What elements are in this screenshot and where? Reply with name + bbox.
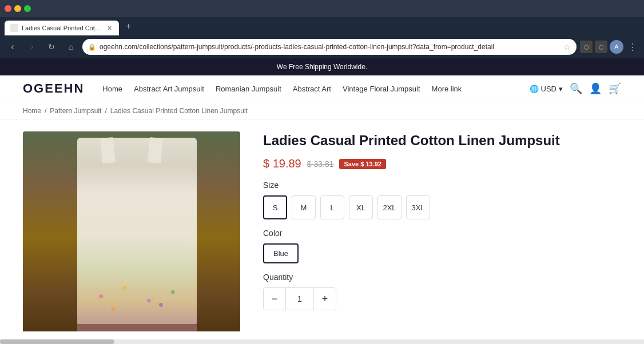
price-value: 19.89 [273,157,301,170]
quantity-control: − 1 + [263,287,336,310]
quantity-label: Quantity [263,273,621,282]
site-nav: Home Abstract Art Jumpsuit Romanian Jump… [102,85,520,93]
forward-button[interactable]: › [24,39,40,55]
tab-bar: Ladies Casual Printed Cotton Li... ✕ + [0,17,644,35]
address-input-wrap: 🔒 ogeehn.com/collections/pattern-jumpsui… [82,39,577,55]
nav-abstract-art-jumpsuit[interactable]: Abstract Art Jumpsuit [134,85,204,93]
tab-title: Ladies Casual Printed Cotton Li... [22,25,102,31]
account-button[interactable]: 👤 [589,82,602,95]
new-tab-button[interactable]: + [121,21,136,31]
currency-label: USD [541,85,556,93]
tab-close-icon[interactable]: ✕ [105,24,113,32]
browser-menu-icon[interactable]: ⋮ [626,39,639,55]
bookmark-icon[interactable]: ☆ [563,42,571,51]
currency-chevron-icon: ▾ [559,85,563,93]
ext-icon-2[interactable]: ⬡ [595,41,607,53]
nav-more-link[interactable]: More link [432,85,462,93]
breadcrumb: Home / Pattern Jumpsuit / Ladies Casual … [0,102,644,120]
strap-right [148,137,163,163]
back-button[interactable]: ‹ [5,39,21,55]
color-options: Blue [263,243,621,263]
color-blue[interactable]: Blue [263,243,299,263]
product-image [23,131,240,331]
cart-button[interactable]: 🛒 [609,82,621,95]
nav-vintage-floral[interactable]: Vintage Floral Jumpsuit [343,85,420,93]
breadcrumb-current: Ladies Casual Printed Cotton Linen Jumps… [110,107,248,115]
color-label: Color [263,229,621,238]
nav-romanian-jumpsuit[interactable]: Romanian Jumpsuit [216,85,281,93]
window-minimize-btn[interactable] [14,5,21,12]
product-title: Ladies Casual Printed Cotton Linen Jumps… [263,131,621,149]
size-2xl[interactable]: 2XL [377,195,401,219]
breadcrumb-sep-1: / [45,107,46,115]
tab-favicon [10,24,18,32]
strap-left [100,137,116,163]
scrollbar-thumb[interactable] [0,339,114,344]
size-xl[interactable]: XL [349,195,373,219]
window-close-btn[interactable] [5,5,11,12]
product-pricing: $ 19.89 $ 33.81 Save $ 13.92 [263,157,621,170]
size-s[interactable]: S [263,195,287,219]
size-l[interactable]: L [320,195,344,219]
window-controls [5,5,31,12]
window-maximize-btn[interactable] [24,5,31,12]
site-header: OGEEHN Home Abstract Art Jumpsuit Romani… [0,75,644,102]
address-bar: ‹ › ↻ ⌂ 🔒 ogeehn.com/collections/pattern… [0,35,644,58]
breadcrumb-sep-2: / [105,107,106,115]
active-tab[interactable]: Ladies Casual Printed Cotton Li... ✕ [5,21,119,35]
site-banner: We Free Shipping Worldwide. [0,58,644,75]
size-label: Size [263,181,621,190]
breadcrumb-home[interactable]: Home [23,107,41,115]
price-save-badge: Save $ 13.92 [339,159,385,169]
reload-button[interactable]: ↻ [43,39,59,55]
profile-icon[interactable]: A [610,40,623,54]
search-button[interactable]: 🔍 [570,82,582,95]
extension-icons: ⬡ ⬡ A ⋮ [580,39,639,55]
globe-icon: 🌐 [530,85,539,93]
size-section: Size S M L XL 2XL 3XL [263,181,621,219]
currency-selector[interactable]: 🌐 USD ▾ [530,85,563,93]
site-logo[interactable]: OGEEHN [23,81,84,96]
quantity-increase-button[interactable]: + [314,288,336,310]
size-options: S M L XL 2XL 3XL [263,195,621,219]
flowers-decoration [77,237,197,322]
home-button[interactable]: ⌂ [63,39,79,55]
ext-icon-1[interactable]: ⬡ [580,41,593,53]
price-dollar-symbol: $ [263,157,269,170]
product-info: Ladies Casual Printed Cotton Linen Jumps… [263,131,621,320]
color-section: Color Blue [263,229,621,263]
breadcrumb-category[interactable]: Pattern Jumpsuit [50,107,101,115]
size-m[interactable]: M [292,195,316,219]
price-original: $ 33.81 [307,159,334,169]
quantity-section: Quantity − 1 + [263,273,621,310]
browser-chrome [0,0,644,17]
price-current: $ 19.89 [263,157,301,170]
secure-icon: 🔒 [88,43,96,51]
header-actions: 🌐 USD ▾ 🔍 👤 🛒 [530,82,621,95]
product-section: Ladies Casual Printed Cotton Linen Jumps… [0,120,644,331]
quantity-value: 1 [285,288,314,310]
nav-abstract-art[interactable]: Abstract Art [293,85,331,93]
address-url[interactable]: ogeehn.com/collections/pattern-jumpsuit/… [100,43,560,51]
quantity-decrease-button[interactable]: − [264,288,285,310]
banner-text: We Free Shipping Worldwide. [277,63,367,71]
size-3xl[interactable]: 3XL [406,195,430,219]
nav-home[interactable]: Home [102,85,122,93]
bottom-scrollbar[interactable] [0,339,644,344]
